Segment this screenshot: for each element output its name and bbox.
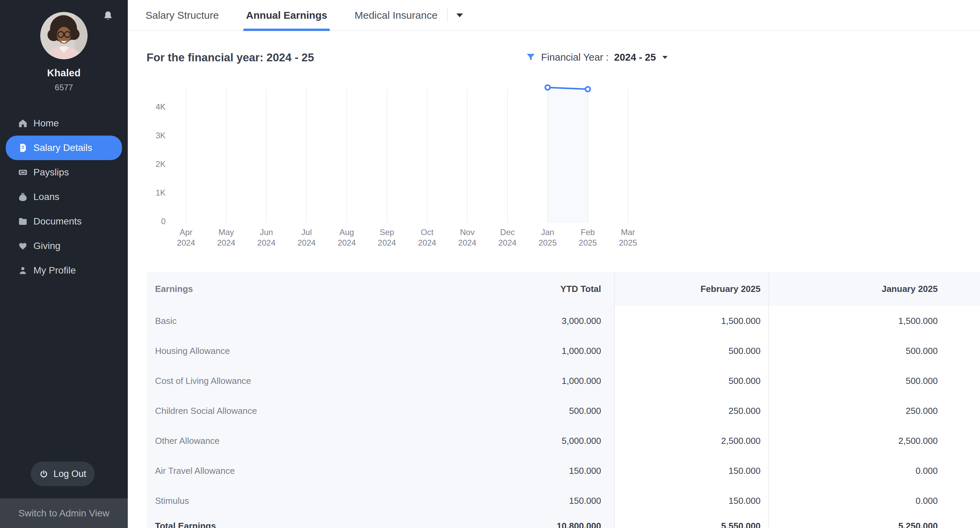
user-avatar (40, 12, 88, 59)
table-total-row: Total Earnings10,800.0005,550.0005,250.0… (146, 516, 980, 528)
home-icon (18, 118, 28, 129)
logout-label: Log Out (54, 469, 86, 479)
chart-point-feb-2025[interactable] (585, 87, 590, 92)
row-label: Stimulus (155, 486, 189, 516)
table-row-basic: Basic3,000.0001,500.0001,500.000 (146, 306, 980, 336)
table-row-other-allowance: Other Allowance5,000.0002,500.0002,500.0… (146, 426, 980, 456)
cell-ytd-total: 3,000.000 (562, 306, 601, 336)
row-label: Children Social Allowance (155, 396, 257, 426)
table-row-housing-allowance: Housing Allowance1,000.000500.000500.000 (146, 336, 980, 366)
sidebar-item-documents[interactable]: Documents (0, 209, 128, 234)
sidebar: Khaled 6577 HomeSalary DetailsPayslipsLo… (0, 0, 128, 528)
cell-february-2025: 250.000 (729, 396, 760, 426)
chart-ytick-label: 2K (156, 159, 165, 169)
salary-details-icon (18, 143, 28, 153)
sidebar-item-home[interactable]: Home (0, 111, 128, 135)
sidebar-item-giving[interactable]: Giving (0, 234, 128, 258)
cell-ytd-total: 1,000.000 (562, 366, 601, 396)
cell-january-2025: 1,500.000 (898, 306, 938, 336)
chart-xtick-year-label: 2025 (538, 238, 557, 247)
chart-xtick-year-label: 2024 (177, 238, 195, 247)
chart-xtick-year-label: 2024 (217, 238, 235, 247)
my-profile-icon (18, 266, 28, 275)
sidebar-item-label: Giving (33, 240, 60, 251)
chart-xtick-month-label: Jul (301, 227, 312, 237)
sidebar-item-my-profile[interactable]: My Profile (0, 258, 128, 283)
chart-xtick-year-label: 2024 (418, 238, 436, 247)
cell-february-2025: 2,500.000 (721, 426, 760, 456)
sidebar-item-label: Salary Details (33, 142, 92, 153)
cell-february-2025: 500.000 (729, 366, 760, 396)
switch-admin-view-button[interactable]: Switch to Admin View (0, 498, 128, 528)
chart-ytick-label: 4K (156, 102, 165, 111)
row-label: Housing Allowance (155, 336, 230, 366)
cell-january-2025: 0.000 (916, 486, 938, 516)
chart-xtick-month-label: Dec (500, 227, 515, 237)
total-cell-ytd-total: 10,800.000 (557, 516, 601, 528)
sidebar-item-salary-details[interactable]: Salary Details (6, 135, 122, 160)
chart-xtick-month-label: Aug (339, 227, 354, 237)
filter-funnel-icon (526, 52, 536, 63)
cell-ytd-total: 150.000 (569, 486, 601, 516)
chart-xtick-month-label: Oct (421, 227, 434, 237)
filter-label: Financial Year : (541, 52, 609, 63)
financial-year-filter[interactable]: Financial Year : 2024 - 25 (526, 52, 668, 63)
table-row-cost-of-living-allowance: Cost of Living Allowance1,000.000500.000… (146, 366, 980, 396)
cell-january-2025: 2,500.000 (898, 426, 938, 456)
total-cell-february-2025: 5,550.000 (721, 516, 760, 528)
user-name: Khaled (0, 67, 128, 79)
tab-medical-insurance[interactable]: Medical Insurance (355, 0, 437, 30)
cell-january-2025: 250.000 (906, 396, 938, 426)
tab-bar-divider (447, 8, 448, 22)
chart-xtick-year-label: 2024 (298, 238, 315, 247)
chart-xtick-year-label: 2024 (498, 238, 517, 247)
tab-annual-earnings[interactable]: Annual Earnings (246, 0, 327, 30)
table-header-row: EarningsYTD TotalFebruary 2025January 20… (146, 272, 980, 306)
row-label: Air Travel Allowance (155, 456, 235, 486)
salary-app: Khaled 6577 HomeSalary DetailsPayslipsLo… (0, 0, 980, 528)
table-row-children-social-allowance: Children Social Allowance500.000250.0002… (146, 396, 980, 426)
table-row-stimulus: Stimulus150.000150.0000.000 (146, 486, 980, 516)
page-title: For the financial year: 2024 - 25 (146, 51, 314, 64)
chart-xtick-year-label: 2025 (619, 238, 637, 247)
sidebar-item-label: Loans (33, 191, 59, 202)
cell-january-2025: 500.000 (906, 336, 938, 366)
sidebar-item-loans[interactable]: Loans (0, 184, 128, 209)
chart-xtick-year-label: 2024 (257, 238, 275, 247)
chart-xtick-month-label: Feb (581, 227, 595, 237)
payslips-icon (18, 167, 28, 178)
chart-xtick-month-label: Jan (541, 227, 554, 237)
sidebar-item-payslips[interactable]: Payslips (0, 160, 128, 184)
annual-earnings-chart: 01K2K3K4KApr2024May2024Jun2024Jul2024Aug… (146, 82, 658, 252)
notification-bell-icon[interactable] (103, 10, 113, 22)
table-row-air-travel-allowance: Air Travel Allowance150.000150.0000.000 (146, 456, 980, 486)
cell-january-2025: 0.000 (916, 456, 938, 486)
chart-xtick-month-label: Jun (260, 227, 273, 237)
sidebar-nav: HomeSalary DetailsPayslipsLoansDocuments… (0, 111, 128, 283)
total-row-label: Total Earnings (155, 516, 216, 528)
table-column-divider (768, 272, 769, 528)
row-label: Basic (155, 306, 177, 336)
tab-bar: Salary StructureAnnual EarningsMedical I… (145, 0, 463, 30)
power-icon (39, 469, 48, 479)
logout-button[interactable]: Log Out (31, 461, 95, 486)
chart-xtick-year-label: 2025 (579, 238, 597, 247)
tab-salary-structure[interactable]: Salary Structure (145, 0, 219, 30)
tabs-overflow-caret-icon[interactable] (456, 13, 463, 18)
switch-admin-view-label: Switch to Admin View (18, 508, 110, 519)
table-body: Basic3,000.0001,500.0001,500.000Housing … (146, 306, 980, 516)
chart-ytick-label: 3K (156, 131, 165, 140)
table-header-february-2025: February 2025 (701, 272, 760, 306)
chart-xtick-year-label: 2024 (378, 238, 396, 247)
user-id: 6577 (0, 83, 128, 92)
cell-february-2025: 150.000 (729, 456, 760, 486)
cell-february-2025: 1,500.000 (721, 306, 760, 336)
cell-february-2025: 500.000 (729, 336, 760, 366)
chart-ytick-label: 0 (161, 217, 165, 226)
table-column-divider (614, 272, 615, 528)
giving-icon (18, 241, 28, 251)
documents-icon (18, 216, 28, 226)
table-header-january-2025: January 2025 (881, 272, 938, 306)
table-header-earnings: Earnings (155, 272, 193, 306)
chart-point-jan-2025[interactable] (545, 85, 550, 90)
